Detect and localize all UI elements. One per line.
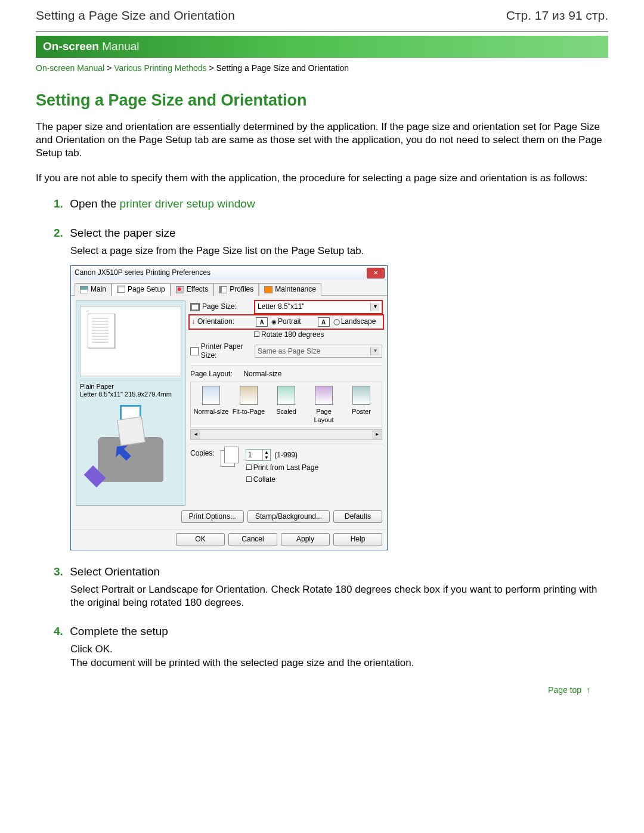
tab-icon: [264, 286, 273, 293]
printer-driver-setup-link[interactable]: printer driver setup window: [120, 197, 255, 210]
help-button[interactable]: Help: [333, 533, 382, 546]
tab-icon: [80, 286, 88, 293]
defaults-button[interactable]: Defaults: [333, 510, 382, 524]
rotate-180-checkbox[interactable]: Rotate 180 degrees: [253, 330, 324, 340]
page-size-dropdown[interactable]: Letter 8.5"x11"▾: [255, 301, 382, 314]
up-arrow-icon: ↑: [586, 685, 590, 695]
cancel-button[interactable]: Cancel: [228, 533, 277, 546]
tab-effects[interactable]: Effects: [171, 283, 213, 296]
page-header-right: Стр. 17 из 91 стр.: [506, 8, 608, 23]
intro-para-2: If you are not able to specify them with…: [36, 172, 608, 185]
step-2-body: Select a page size from the Page Size li…: [54, 244, 608, 258]
page-layout-lead: Page Layout:: [190, 370, 233, 379]
collate-checkbox[interactable]: Collate: [246, 475, 318, 485]
step-1-num: 1.: [54, 197, 63, 210]
layout-page[interactable]: Page Layout: [306, 386, 342, 425]
page-top-link[interactable]: Page top: [548, 685, 581, 695]
step-3-num: 3.: [54, 565, 63, 578]
step-3-head: Select Orientation: [70, 565, 160, 578]
tab-icon: [219, 286, 227, 293]
layout-poster[interactable]: Poster: [343, 386, 379, 425]
printer-paper-dropdown[interactable]: Same as Page Size▾: [255, 345, 382, 358]
copies-spinner[interactable]: 1▲▼: [246, 449, 271, 461]
page-layout-value: Normal-size: [243, 370, 281, 379]
layout-options: Normal-size Fit-to-Page Scaled Page Layo…: [190, 382, 382, 429]
intro-para-1: The paper size and orientation are essen…: [36, 120, 608, 160]
tab-icon: [176, 286, 184, 293]
preview-pane: [80, 306, 181, 376]
breadcrumb-current: Setting a Page Size and Orientation: [216, 63, 349, 73]
copies-range: (1-999): [274, 451, 298, 459]
printer-icon: [190, 347, 199, 355]
apply-button[interactable]: Apply: [281, 533, 330, 546]
preview-size: Letter 8.5"x11" 215.9x279.4mm: [80, 391, 181, 398]
breadcrumb-link-2[interactable]: Various Printing Methods: [114, 63, 206, 73]
ok-button[interactable]: OK: [176, 533, 225, 546]
tab-main[interactable]: Main: [75, 283, 112, 296]
landscape-icon: A: [318, 317, 330, 327]
banner-thin: Manual: [99, 40, 140, 52]
page-title: Setting a Page Size and Orientation: [36, 90, 608, 111]
chevron-down-icon: ▾: [370, 347, 379, 355]
layout-scaled[interactable]: Scaled: [268, 386, 304, 425]
close-icon[interactable]: ✕: [367, 268, 385, 278]
landscape-radio[interactable]: Landscape: [333, 317, 376, 327]
step-1-pre: Open the: [70, 197, 119, 210]
manual-banner: On-screen Manual: [36, 36, 608, 58]
step-4-head: Complete the setup: [70, 625, 168, 637]
page-header-left: Setting a Page Size and Orientation: [36, 8, 235, 23]
orientation-label: Orientation:: [197, 317, 234, 327]
layout-scrollbar[interactable]: ◂▸: [190, 429, 382, 440]
layout-normal[interactable]: Normal-size: [193, 386, 229, 425]
dialog-title: Canon JX510P series Printing Preferences: [75, 268, 210, 278]
print-from-last-checkbox[interactable]: Print from Last Page: [246, 463, 318, 473]
tab-maintenance[interactable]: Maintenance: [259, 283, 321, 296]
portrait-icon: A: [256, 317, 268, 327]
breadcrumb: On-screen Manual > Various Printing Meth…: [36, 61, 608, 78]
step-2-num: 2.: [54, 227, 63, 239]
preferences-dialog: Canon JX510P series Printing Preferences…: [70, 265, 388, 550]
tab-profiles[interactable]: Profiles: [213, 283, 259, 296]
stamp-button[interactable]: Stamp/Background...: [247, 510, 330, 524]
page-preview-icon: [88, 314, 115, 348]
tab-icon: [117, 286, 125, 293]
print-options-button[interactable]: Print Options...: [181, 510, 244, 524]
step-2-head: Select the paper size: [70, 227, 175, 239]
page-icon: [190, 303, 200, 311]
tray-illustration: [80, 405, 181, 500]
portrait-radio[interactable]: Portrait: [271, 317, 301, 327]
breadcrumb-link-1[interactable]: On-screen Manual: [36, 63, 104, 73]
step-4-body2: The document will be printed with the se…: [70, 657, 608, 670]
copies-label: Copies:: [190, 449, 215, 459]
chevron-down-icon: ▾: [370, 303, 379, 311]
preview-media: Plain Paper: [80, 383, 181, 391]
tab-page-setup[interactable]: Page Setup: [112, 283, 171, 296]
printer-paper-label: Printer Paper Size:: [201, 342, 251, 361]
step-4-num: 4.: [54, 625, 63, 637]
layout-fit[interactable]: Fit-to-Page: [231, 386, 267, 425]
page-size-label: Page Size:: [202, 302, 237, 312]
copies-icon: [219, 449, 241, 467]
banner-bold: On-screen: [43, 40, 99, 52]
step-3-body: Select Portrait or Landscape for Orienta…: [54, 583, 608, 611]
step-4-body1: Click OK.: [70, 643, 608, 657]
